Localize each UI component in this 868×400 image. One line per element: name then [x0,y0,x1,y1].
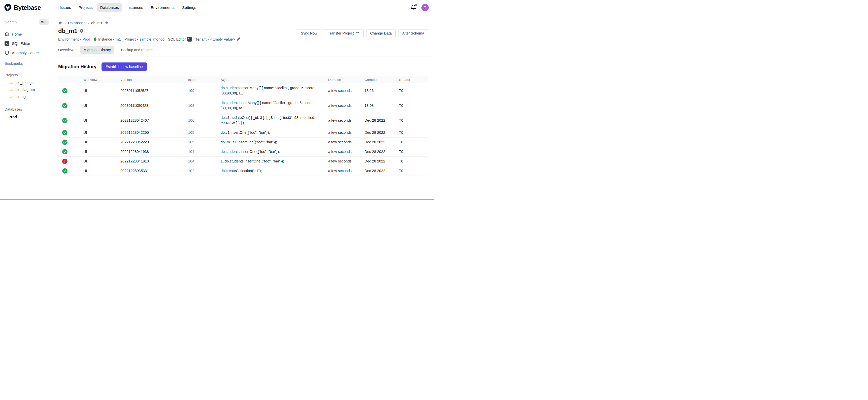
avatar[interactable]: T [422,4,429,11]
issue-link[interactable]: 105 [188,130,194,134]
issue-cell: 106 [188,116,221,125]
sidebar-nav: Home SQL Editor Anomaly Center [0,29,52,57]
sidebar-project-sample-mongo[interactable]: sample_mongo [0,79,52,86]
status-cell [58,101,83,110]
brand[interactable]: Bytebase [0,3,52,11]
sidebar-database-prod[interactable]: Prod [0,113,52,120]
issue-link[interactable]: 105 [188,140,194,144]
duration-cell: a few seconds [328,166,365,176]
column-issue: Issue [188,78,221,82]
issue-link[interactable]: 109 [188,89,194,93]
breadcrumb-home-icon[interactable] [58,21,62,25]
sql-cell: 1. db.students.insertOne({"foo": "bar"})… [221,157,328,166]
search-input[interactable] [5,20,39,24]
table-row[interactable]: ! UI 20221228041913 104 1. db.students.i… [58,157,428,166]
table-row[interactable]: UI 20230111050423 108 db.student.insertM… [58,98,428,113]
nav-item-databases[interactable]: Databases [97,3,122,12]
version-cell: 20221228041938 [120,147,188,156]
issue-cell: 105 [188,137,221,147]
issue-link[interactable]: 104 [188,150,194,154]
table-row[interactable]: UI 20221228042223 105 db_m1.c1.insertOne… [58,137,428,147]
table-row[interactable]: UI 20221228041938 104 db.students.insert… [58,147,428,157]
nav-item-issues[interactable]: Issues [57,3,74,12]
table-row[interactable]: UI 20221228035331 102 db.createCollectio… [58,166,428,176]
breadcrumb: › Databases › db_m1 ★ [58,21,434,25]
issue-link[interactable]: 108 [188,103,194,107]
nav-item-environments[interactable]: Environments [148,3,178,12]
environment-link[interactable]: Prod [82,37,90,41]
issue-link[interactable]: 104 [188,159,194,163]
breadcrumb-db-m1[interactable]: db_m1 [91,21,102,25]
issue-link[interactable]: 106 [188,118,194,122]
database-meta: Environment - Prod Instance - m1 Project… [58,37,240,41]
sql-cell: db_m1.c1.insertOne({"foo": "bar"}); [221,137,328,147]
sidebar-item-sql-editor[interactable]: SQL Editor [0,39,52,48]
created-cell: Dec 28 2022 [365,137,399,147]
column-sql: SQL [221,78,328,82]
version-cell: 20230111050423 [120,101,188,110]
table-row[interactable]: UI 20221228042407 106 db.c1.updateOne( {… [58,113,428,128]
duration-cell: a few seconds [328,147,365,156]
meta-project: Project - sample_mongo [124,37,164,41]
workflow-cell: UI [83,101,120,110]
project-link[interactable]: sample_mongo [140,37,164,41]
issue-cell: 104 [188,157,221,166]
establish-baseline-button[interactable]: Establish new baseline [101,62,147,71]
notification-bell-icon[interactable] [410,4,416,10]
created-cell: 13:08 [365,101,399,110]
edit-pencil-icon[interactable] [237,37,240,41]
sync-now-button[interactable]: Sync Now [297,29,321,37]
mongodb-leaf-icon [94,37,97,41]
sql-cell: db.createCollection("c1"); [221,166,328,176]
alter-schema-button[interactable]: Alter Schema [398,29,428,37]
sidebar-project-sample-pg[interactable]: sample-pg [0,93,52,100]
nav-item-instances[interactable]: Instances [123,3,146,12]
sql-cell: db.student.insertMany([ { name: "Jacika"… [221,98,328,113]
migration-table-body: UI 20230111052527 109 db.students.insert… [58,83,428,176]
sql-editor-terminal-icon[interactable] [187,37,192,41]
creator-cell: T0 [399,157,428,166]
status-cell [58,116,83,125]
change-data-button[interactable]: Change Data [366,29,396,37]
page-actions: Sync Now Transfer Project Change Data Al… [297,29,428,37]
meta-sql-editor[interactable]: SQL Editor [168,37,192,41]
creator-cell: T0 [399,147,428,156]
sidebar-projects-list: sample_mongo sample-diagram sample-pg [0,79,52,100]
nav-item-settings[interactable]: Settings [179,3,199,12]
created-cell: Dec 28 2022 [365,157,399,166]
bookmark-star-icon[interactable]: ★ [105,21,108,25]
migration-table-header: Workflow Version Issue SQL Duration Crea… [58,76,428,83]
nav-item-projects[interactable]: Projects [75,3,96,12]
page-headline: db_m1 Environment - Prod [58,27,428,41]
transfer-project-button[interactable]: Transfer Project [324,29,364,37]
bytebase-logo-icon [4,3,12,11]
instance-link[interactable]: m1 [116,37,121,41]
duration-cell: a few seconds [328,116,365,125]
column-created: Created [365,78,399,82]
migration-table: Workflow Version Issue SQL Duration Crea… [58,76,428,176]
title-shield-icon [79,29,84,33]
version-cell: 20221228042407 [120,116,188,125]
sidebar-item-home[interactable]: Home [0,29,52,39]
sidebar-item-anomaly-center[interactable]: Anomaly Center [0,48,52,57]
breadcrumb-databases[interactable]: Databases [68,21,85,25]
home-icon [4,32,9,36]
status-cell [58,147,83,156]
table-row[interactable]: UI 20221228042255 105 db.c1.insertOne({"… [58,128,428,137]
creator-cell: T0 [399,128,428,137]
tab-overview[interactable]: Overview [58,46,73,54]
table-row[interactable]: UI 20230111052527 109 db.students.insert… [58,83,428,98]
issue-link[interactable]: 102 [188,169,194,173]
tab-migration-history[interactable]: Migration History [80,46,114,54]
workflow-cell: UI [83,86,120,95]
sidebar-project-sample-diagram[interactable]: sample-diagram [0,86,52,93]
version-cell: 20221228041913 [120,157,188,166]
main-content: › Databases › db_m1 ★ db_m1 Environme [52,15,434,199]
status-cell [58,166,83,176]
search-box[interactable]: ⌘ K [2,18,50,26]
tab-backup-and-restore[interactable]: Backup and restore [121,46,153,54]
sidebar-item-label: Home [12,32,22,36]
sidebar-item-label: Anomaly Center [12,51,39,55]
creator-cell: T0 [399,101,428,110]
sidebar-section-bookmarks: Bookmarks [0,61,52,65]
